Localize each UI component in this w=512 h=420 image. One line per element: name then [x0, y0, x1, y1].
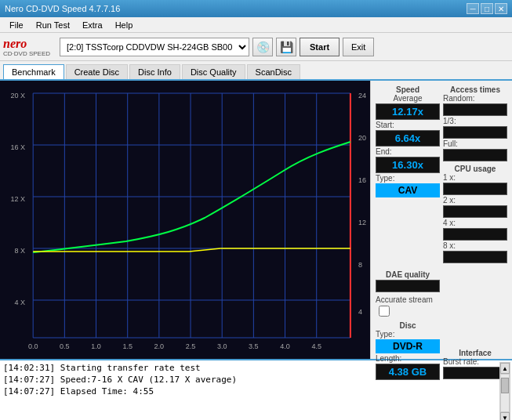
title-bar: Nero CD-DVD Speed 4.7.7.16 ─ □ ✕ [0, 0, 512, 17]
svg-text:4.5: 4.5 [311, 342, 321, 350]
access-times-label: Access times [443, 85, 507, 94]
tab-benchmark[interactable]: Benchmark [3, 64, 64, 79]
svg-text:4.0: 4.0 [280, 342, 290, 350]
svg-text:4: 4 [358, 308, 362, 316]
save-icon-button[interactable]: 💾 [276, 38, 296, 56]
svg-text:20: 20 [358, 134, 366, 142]
type-label: Type: [376, 174, 440, 183]
log-line-1: [14:02:31] Starting transfer rate test [2, 362, 496, 374]
svg-text:8 X: 8 X [15, 247, 26, 255]
cpu-1x-label: 1 x: [443, 173, 507, 182]
disc-icon-button[interactable]: 💿 [252, 38, 273, 56]
svg-text:3.0: 3.0 [217, 342, 227, 350]
close-button[interactable]: ✕ [495, 3, 507, 14]
cpu-2x-value [443, 205, 507, 218]
menu-run-test[interactable]: Run Test [30, 19, 76, 31]
cpu-8x-label: 8 x: [443, 241, 507, 250]
average-value: 12.17x [376, 103, 440, 120]
svg-text:24: 24 [358, 92, 366, 100]
speed-access-section: Speed Average 12.17x Start: 6.64x End: 1… [376, 85, 507, 264]
accurate-stream-label: Accurate stream [376, 295, 440, 304]
tab-disc-quality[interactable]: Disc Quality [182, 64, 245, 79]
cpu-8x-value [443, 251, 507, 263]
scroll-down-button[interactable]: ▼ [500, 412, 510, 420]
dae-quality-value [376, 280, 440, 292]
disc-type-label: Type: [376, 330, 440, 339]
one-third-value [443, 126, 507, 139]
tab-create-disc[interactable]: Create Disc [66, 64, 128, 79]
log-line-3: [14:07:27] Elapsed Time: 4:55 [2, 386, 496, 397]
end-value: 16.30x [376, 157, 440, 173]
average-label: Average [376, 94, 440, 103]
drive-selector[interactable]: [2:0] TSSTcorp CDDVDW SH-224GB SB00 [60, 38, 249, 56]
menu-extra[interactable]: Extra [76, 19, 109, 31]
menu-bar: File Run Test Extra Help [0, 17, 512, 33]
logo: nero CD·DVD SPEED [3, 37, 50, 57]
accurate-stream-checkbox-area [376, 304, 440, 318]
svg-text:16 X: 16 X [11, 143, 26, 151]
scroll-up-button[interactable]: ▲ [500, 363, 510, 374]
accurate-stream-checkbox[interactable] [379, 306, 390, 317]
cpu-usage-label: CPU usage [443, 165, 507, 173]
log-line-2: [14:07:27] Speed:7-16 X CAV (12.17 X ave… [2, 374, 496, 386]
start-value: 6.64x [376, 130, 440, 147]
svg-text:0.0: 0.0 [28, 342, 38, 350]
svg-text:0.5: 0.5 [60, 342, 70, 350]
svg-text:2.5: 2.5 [186, 342, 196, 350]
menu-file[interactable]: File [3, 19, 30, 31]
svg-text:12: 12 [358, 219, 366, 226]
svg-text:2.0: 2.0 [154, 342, 165, 350]
full-value [443, 149, 507, 161]
chart-svg: 20 X 16 X 12 X 8 X 4 X 24 20 16 12 8 4 0… [0, 81, 370, 359]
tab-scan-disc[interactable]: ScanDisc [247, 64, 300, 79]
logo-sub: CD·DVD SPEED [3, 51, 50, 57]
svg-text:12 X: 12 X [11, 195, 26, 203]
type-value: CAV [376, 183, 440, 197]
svg-text:1.0: 1.0 [91, 342, 101, 350]
maximize-button[interactable]: □ [481, 3, 493, 14]
log-content: [14:02:31] Starting transfer rate test [… [2, 362, 496, 420]
interface-label: Interface [443, 349, 507, 357]
svg-text:16: 16 [358, 176, 366, 184]
menu-help[interactable]: Help [109, 19, 140, 31]
cpu-4x-value [443, 228, 507, 241]
exit-button[interactable]: Exit [343, 38, 374, 56]
minimize-button[interactable]: ─ [467, 3, 479, 14]
svg-text:8: 8 [358, 261, 362, 269]
speed-label: Speed [376, 85, 440, 94]
right-panel: Speed Average 12.17x Start: 6.64x End: 1… [371, 81, 512, 359]
tabs: Benchmark Create Disc Disc Info Disc Qua… [0, 61, 512, 81]
random-label: Random: [443, 94, 507, 103]
disc-type-value: DVD-R [376, 339, 440, 353]
svg-text:4 X: 4 X [15, 299, 26, 306]
random-value [443, 103, 507, 116]
cpu-1x-value [443, 183, 507, 195]
access-col: Access times Random: 1/3: Full: CPU usag… [443, 85, 507, 264]
toolbar: nero CD·DVD SPEED [2:0] TSSTcorp CDDVDW … [0, 33, 512, 61]
window-controls: ─ □ ✕ [467, 3, 507, 14]
svg-text:1.5: 1.5 [122, 342, 133, 350]
svg-text:3.5: 3.5 [249, 342, 259, 350]
svg-text:20 X: 20 X [11, 92, 26, 100]
svg-rect-0 [0, 81, 370, 359]
scroll-track [500, 374, 510, 412]
logo-nero: nero [3, 37, 50, 51]
cpu-2x-label: 2 x: [443, 196, 507, 205]
one-third-label: 1/3: [443, 117, 507, 125]
full-label: Full: [443, 139, 507, 148]
end-label: End: [376, 147, 440, 156]
disc-label: Disc [376, 321, 440, 330]
log-area: [14:02:31] Starting transfer rate test [… [0, 359, 512, 420]
chart-area: 20 X 16 X 12 X 8 X 4 X 24 20 16 12 8 4 0… [0, 81, 371, 359]
speed-col: Speed Average 12.17x Start: 6.64x End: 1… [376, 85, 440, 264]
app-title: Nero CD-DVD Speed 4.7.7.16 [5, 4, 120, 13]
start-label: Start: [376, 121, 394, 129]
dae-quality-label: DAE quality [376, 270, 440, 279]
main-content: 20 X 16 X 12 X 8 X 4 X 24 20 16 12 8 4 0… [0, 81, 512, 359]
tab-disc-info[interactable]: Disc Info [129, 64, 180, 79]
log-scrollbar[interactable]: ▲ ▼ [499, 362, 510, 420]
scroll-thumb[interactable] [501, 378, 509, 393]
start-button[interactable]: Start [300, 38, 340, 56]
cpu-4x-label: 4 x: [443, 219, 507, 227]
